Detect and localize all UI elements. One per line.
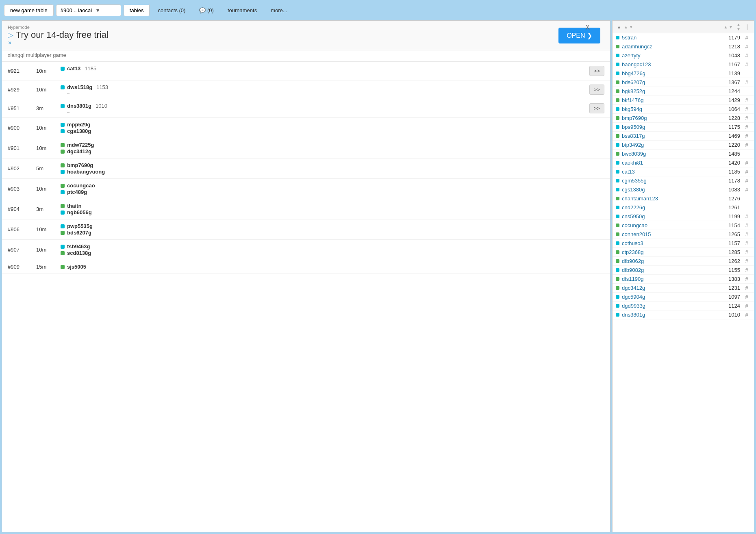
player-name[interactable]: azertyty (622, 52, 717, 59)
join-button[interactable]: >> (589, 66, 604, 76)
table-players: tsb9463g scd8138g (61, 243, 572, 256)
player-name[interactable]: bss8317g (622, 133, 717, 139)
player-name[interactable]: cat13 (622, 169, 717, 175)
play-icon: ▷ (8, 30, 13, 39)
player-name[interactable]: dns3801g (67, 103, 91, 109)
player-name[interactable]: bds6207g (67, 230, 91, 236)
tab-contacts[interactable]: contacts (0) (152, 5, 191, 16)
ad-text-block: Hypernode ▷ Try our 14-day free trial ✕ (8, 25, 109, 46)
player-name[interactable]: cocungcao (67, 182, 95, 189)
player-status-dot (61, 123, 65, 127)
join-button[interactable]: >> (589, 85, 604, 95)
player-name[interactable]: bgk8252g (622, 88, 717, 94)
player-name[interactable]: cnd2226g (622, 204, 717, 211)
player-rating: 1097 (720, 294, 740, 300)
sort-label: ▲ ▼ (624, 25, 711, 29)
table-id: #909 (8, 264, 36, 270)
player-rating: 1064 (720, 106, 740, 112)
player-row: pwp5535g (61, 223, 572, 229)
table-row: #951 3m dns3801g 1010 – >> (2, 99, 610, 118)
ad-close-button[interactable]: X (585, 24, 590, 31)
player-rating: 1429 (720, 97, 740, 103)
player-status-dot (616, 63, 619, 66)
player-name[interactable]: sjs5005 (67, 264, 86, 270)
player-status-dot (616, 259, 619, 263)
table-row: #909 15m sjs5005 (2, 260, 610, 274)
player-name[interactable]: cns5950g (622, 213, 717, 219)
player-name[interactable]: 5stran (622, 35, 717, 41)
ad-open-button[interactable]: OPEN ❯ (558, 28, 600, 43)
player-hash: # (743, 303, 751, 309)
player-name[interactable]: bwc8039g (622, 151, 717, 157)
player-name[interactable]: thaitn (67, 203, 81, 209)
player-hash: # (743, 231, 751, 237)
player-row: dns3801g 1010 (61, 103, 572, 109)
player-name[interactable]: chantaiman123 (622, 195, 717, 202)
player-name[interactable]: ctp2368g (622, 249, 717, 255)
table-row: #921 10m cat13 1185 – >> (2, 62, 610, 80)
player-name[interactable]: bmp7690g (622, 115, 717, 121)
player-name[interactable]: caokhi81 (622, 160, 717, 166)
player-rating: 1265 (720, 231, 740, 237)
player-name[interactable]: cgm5355g (622, 178, 717, 184)
player-hash: # (743, 133, 751, 139)
player-name[interactable]: cocungcao (622, 222, 717, 228)
player-list-item: caokhi81 1420 # (613, 158, 754, 167)
player-name[interactable]: baongoc123 (622, 61, 717, 67)
player-name[interactable]: tsb9463g (67, 243, 90, 250)
player-name[interactable]: dfb9062g (622, 258, 717, 264)
player-name[interactable]: dgc5904g (622, 294, 717, 300)
room-label: #900... laocai (61, 7, 92, 13)
new-game-table-button[interactable]: new game table (4, 4, 54, 16)
player-name[interactable]: bps9509g (622, 124, 717, 130)
player-hash: # (743, 240, 751, 246)
player-status-dot (616, 45, 619, 48)
player-name[interactable]: ngb6056g (67, 209, 92, 215)
player-name[interactable]: conhen2015 (622, 231, 717, 237)
player-name[interactable]: bkf1476g (622, 97, 717, 103)
player-row: bmp7690g (61, 162, 572, 168)
player-rating: 1175 (720, 124, 740, 130)
player-name[interactable]: dfs1190g (622, 276, 717, 282)
player-name[interactable]: pwp5535g (67, 223, 93, 229)
player-status-dot (616, 304, 619, 308)
player-name[interactable]: dgc3412g (622, 285, 717, 291)
player-status-dot (616, 161, 619, 165)
player-name[interactable]: bkg594g (622, 106, 717, 112)
player-name[interactable]: bbg4726g (622, 70, 717, 76)
tab-tournaments[interactable]: tournaments (222, 5, 263, 16)
join-button[interactable]: >> (589, 103, 604, 113)
player-name[interactable]: adamhungcz (622, 43, 717, 50)
player-rating: 1154 (720, 222, 740, 228)
player-name[interactable]: cgs1380g (67, 128, 91, 134)
room-dropdown[interactable]: #900... laocai ▼ (56, 4, 121, 16)
player-rating: 1178 (720, 178, 740, 184)
tab-tables[interactable]: tables (124, 4, 150, 16)
player-name[interactable]: bds6207g (622, 79, 717, 85)
player-name[interactable]: cat13 (67, 65, 80, 72)
player-list-item: dgc5904g 1097 # (613, 293, 754, 302)
player-row: dgc3412g (61, 148, 572, 154)
player-name[interactable]: dgc3412g (67, 148, 91, 154)
player-name[interactable]: btp3492g (622, 142, 717, 148)
player-name[interactable]: hoabangvuong (67, 169, 105, 175)
player-name[interactable]: dgd9933g (622, 303, 717, 309)
waiting-label: – (67, 72, 572, 77)
player-name[interactable]: dfb9082g (622, 267, 717, 273)
player-name[interactable]: dns3801g (622, 312, 717, 318)
player-hash: # (743, 294, 751, 300)
player-name[interactable]: scd8138g (67, 250, 91, 256)
player-list-item: bbg4726g 1139 (613, 69, 754, 78)
player-name[interactable]: mpp529g (67, 122, 90, 128)
player-status-dot (61, 251, 65, 255)
player-name[interactable]: cothuso3 (622, 240, 717, 246)
player-name[interactable]: dws1518g (67, 84, 92, 90)
player-name[interactable]: mdw7225g (67, 142, 94, 148)
player-name[interactable]: bmp7690g (67, 162, 93, 168)
tab-chat[interactable]: 💬 (0) (193, 5, 219, 16)
tab-more[interactable]: more... (265, 5, 293, 16)
player-status-dot (616, 54, 619, 57)
player-name[interactable]: cgs1380g (622, 187, 717, 193)
player-name[interactable]: ptc489g (67, 189, 87, 195)
table-players: cocungcao ptc489g (61, 182, 572, 195)
